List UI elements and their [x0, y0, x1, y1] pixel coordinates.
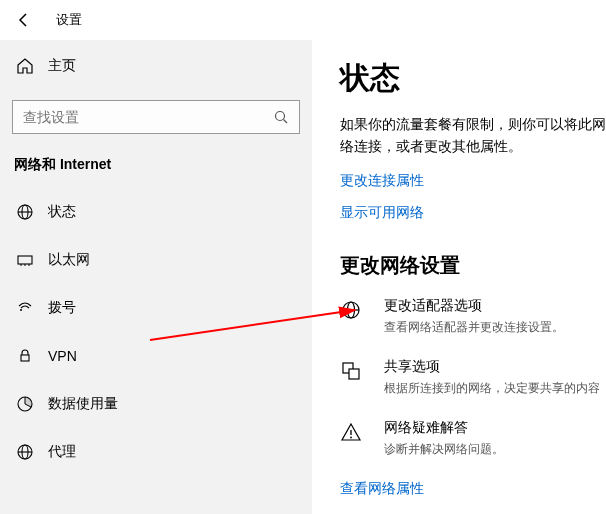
- search-box[interactable]: [12, 100, 300, 134]
- data-usage-icon: [14, 395, 36, 413]
- sidebar-item-label: 代理: [48, 443, 76, 461]
- status-description: 如果你的流量套餐有限制，则你可以将此网络连接，或者更改其他属性。: [340, 113, 606, 158]
- window-header: 设置: [0, 0, 606, 40]
- svg-point-9: [20, 309, 22, 311]
- sidebar-section-title: 网络和 Internet: [0, 148, 312, 184]
- option-sub: 诊断并解决网络问题。: [384, 441, 504, 458]
- window-title: 设置: [56, 11, 82, 29]
- sidebar: 主页 网络和 Internet 状态 以太网: [0, 40, 312, 514]
- sidebar-item-proxy[interactable]: 代理: [0, 428, 312, 476]
- back-button[interactable]: [12, 8, 36, 32]
- dialup-icon: [14, 299, 36, 317]
- sidebar-item-label: 拨号: [48, 299, 76, 317]
- link-view-properties[interactable]: 查看网络属性: [340, 480, 424, 498]
- svg-rect-10: [21, 355, 29, 361]
- main-content: 状态 如果你的流量套餐有限制，则你可以将此网络连接，或者更改其他属性。 更改连接…: [312, 40, 606, 514]
- svg-point-23: [350, 436, 352, 438]
- arrow-left-icon: [16, 12, 32, 28]
- search-input[interactable]: [23, 109, 223, 125]
- warning-icon: [340, 419, 370, 458]
- search-icon: [273, 109, 289, 125]
- sidebar-item-dialup[interactable]: 拨号: [0, 284, 312, 332]
- vpn-icon: [14, 347, 36, 365]
- sidebar-item-data-usage[interactable]: 数据使用量: [0, 380, 312, 428]
- svg-rect-5: [18, 256, 32, 264]
- globe-icon: [14, 203, 36, 221]
- sidebar-item-label: 以太网: [48, 251, 90, 269]
- sidebar-home[interactable]: 主页: [0, 44, 312, 88]
- option-sharing[interactable]: 共享选项 根据所连接到的网络，决定要共享的内容: [340, 358, 606, 397]
- home-icon: [14, 57, 36, 75]
- option-sub: 查看网络适配器并更改连接设置。: [384, 319, 564, 336]
- section-title: 更改网络设置: [340, 252, 606, 279]
- sidebar-item-label: 状态: [48, 203, 76, 221]
- option-title: 共享选项: [384, 358, 600, 376]
- link-change-connection[interactable]: 更改连接属性: [340, 172, 424, 190]
- option-title: 网络疑难解答: [384, 419, 504, 437]
- sidebar-item-vpn[interactable]: VPN: [0, 332, 312, 380]
- proxy-icon: [14, 443, 36, 461]
- option-sub: 根据所连接到的网络，决定要共享的内容: [384, 380, 600, 397]
- sidebar-home-label: 主页: [48, 57, 76, 75]
- option-adapter[interactable]: 更改适配器选项 查看网络适配器并更改连接设置。: [340, 297, 606, 336]
- ethernet-icon: [14, 251, 36, 269]
- option-title: 更改适配器选项: [384, 297, 564, 315]
- svg-rect-21: [349, 369, 359, 379]
- sidebar-item-label: VPN: [48, 348, 77, 364]
- sidebar-item-status[interactable]: 状态: [0, 188, 312, 236]
- sidebar-item-label: 数据使用量: [48, 395, 118, 413]
- sharing-icon: [340, 358, 370, 397]
- svg-point-0: [276, 112, 285, 121]
- option-troubleshoot[interactable]: 网络疑难解答 诊断并解决网络问题。: [340, 419, 606, 458]
- sidebar-item-ethernet[interactable]: 以太网: [0, 236, 312, 284]
- adapter-icon: [340, 297, 370, 336]
- svg-line-1: [284, 120, 288, 124]
- page-title: 状态: [340, 58, 606, 99]
- link-show-networks[interactable]: 显示可用网络: [340, 204, 424, 222]
